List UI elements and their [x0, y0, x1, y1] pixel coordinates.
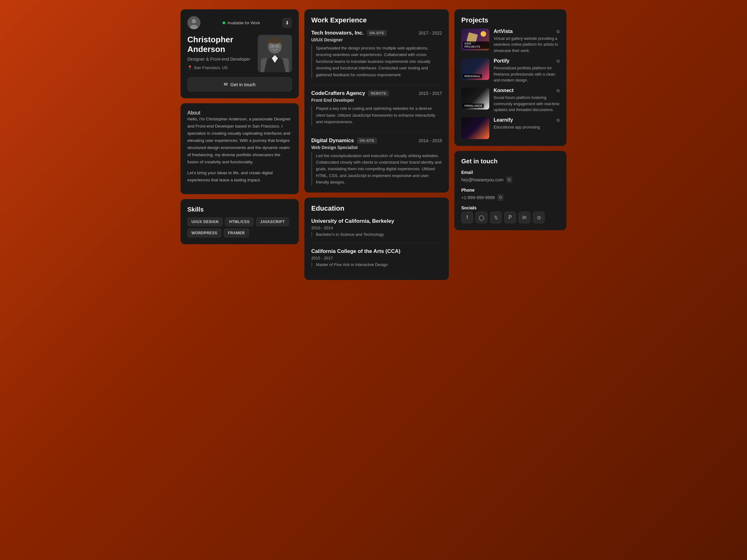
external-link-icon[interactable]: ⧉	[557, 29, 560, 34]
instagram-button[interactable]: ◯	[475, 212, 487, 223]
linkedin-button[interactable]: in	[518, 212, 531, 223]
projects-title: Projects	[461, 16, 560, 24]
linkedin-icon: in	[522, 215, 526, 220]
dribbble-icon: ⊙	[537, 215, 541, 220]
skill-tag: FRAMER	[224, 229, 249, 237]
project-info: ArtVista ⧉ Virtual art gallery website p…	[494, 29, 560, 54]
skill-tag: WORDPRESS	[187, 229, 221, 237]
edu-school: California College of the Arts (CCA)	[311, 248, 442, 255]
phone-value: +1-999-999-9999 ⧉	[461, 194, 560, 201]
external-link-icon[interactable]: ⧉	[557, 88, 560, 93]
mail-icon: ✉	[224, 81, 228, 87]
profile-role: Designer & Front-end Developer	[187, 57, 253, 61]
skill-tag: JAVASCRIPT	[256, 217, 289, 226]
edu-degree: Master of Fine Arts in Interactive Desig…	[311, 262, 442, 267]
phone-text: +1-999-999-9999	[461, 195, 495, 200]
project-thumbnail: PERSONAL	[461, 58, 489, 80]
status-badge: Available for Work	[223, 21, 260, 25]
project-thumb-label: SIDE PROJECTS	[463, 42, 489, 49]
about-title: About	[187, 110, 292, 116]
jobs-list: Tech Innovators, Inc. ON-SITE 2017 - 202…	[311, 30, 442, 186]
facebook-button[interactable]: f	[461, 212, 473, 223]
status-text: Available for Work	[227, 21, 260, 25]
project-title-row: Learnify ⧉	[494, 117, 560, 123]
profile-header: Available for Work ⬇	[187, 16, 292, 29]
edu-degree: Bachelor's in Science and Technology	[311, 232, 442, 237]
job-company: CodeCrafters Agency	[311, 90, 365, 97]
email-label: Email	[461, 170, 560, 175]
socials-label: Socials	[461, 205, 560, 210]
external-link-icon[interactable]: ⧉	[557, 117, 560, 123]
svg-point-7	[276, 45, 278, 47]
project-title-row: ArtVista ⧉	[494, 29, 560, 34]
profile-photo	[258, 35, 292, 72]
location-icon: 📍	[187, 65, 192, 70]
job-desc: Spearheaded the design process for multi…	[311, 45, 442, 78]
work-experience-card: Work Experience Tech Innovators, Inc. ON…	[304, 9, 449, 193]
profile-location: 📍 San Francisco, US	[187, 65, 253, 70]
socials-row: f ◯ 𝕏 P in ⊙	[461, 212, 560, 223]
about-card: About Hello, I'm Christopher Anderson, a…	[181, 103, 299, 194]
phone-label: Phone	[461, 188, 560, 193]
copy-phone-button[interactable]: ⧉	[497, 194, 504, 201]
edu-school: University of California, Berkeley	[311, 218, 442, 224]
job-years: 2017 - 2022	[419, 30, 442, 35]
edu-item: University of California, Berkeley 2010 …	[311, 218, 442, 237]
dribbble-button[interactable]: ⊙	[533, 212, 545, 223]
get-in-touch-label: Get in touch	[230, 82, 256, 87]
edu-years: 2015 - 2017	[311, 256, 442, 260]
copy-email-button[interactable]: ⧉	[506, 176, 512, 183]
skill-tag: UI/UX DESIGN	[187, 217, 223, 226]
get-in-touch-button[interactable]: ✉ Get in touch	[187, 77, 292, 91]
projects-card: Projects SIDE PROJECTS ArtVista ⧉ Virtua…	[455, 9, 566, 146]
job-title: UI/UX Designer	[311, 37, 442, 42]
profile-body: Christopher Anderson Designer & Front-en…	[187, 35, 292, 72]
pinterest-icon: P	[509, 215, 512, 220]
job-company: Tech Innovators, Inc.	[311, 30, 364, 36]
profile-info: Christopher Anderson Designer & Front-en…	[187, 35, 253, 70]
project-thumbnail: FREELANCE	[461, 88, 489, 109]
project-desc: Educational app promoting	[494, 125, 560, 130]
download-button[interactable]: ⬇	[282, 18, 292, 28]
job-company: Digital Dynamics	[311, 137, 354, 144]
contact-title: Get in touch	[461, 158, 560, 165]
education-title: Education	[311, 205, 442, 212]
project-info: Konnect ⧉ Social forum platform fosterin…	[494, 88, 560, 113]
skill-tag: HTML/CSS	[225, 217, 253, 226]
project-info: Portify ⧉ Personalized portfolio platfor…	[494, 58, 560, 83]
edu-item: California College of the Arts (CCA) 201…	[311, 243, 442, 267]
twitter-button[interactable]: 𝕏	[490, 212, 502, 223]
job-badge: ON-SITE	[367, 30, 387, 36]
project-info: Learnify ⧉ Educational app promoting	[494, 117, 560, 130]
job-item: CodeCrafters Agency REMOTE 2015 - 2017 F…	[311, 85, 442, 125]
job-desc: Played a key role in coding and optimizi…	[311, 105, 442, 125]
right-column: Projects SIDE PROJECTS ArtVista ⧉ Virtua…	[455, 9, 566, 280]
about-text: Hello, I'm Christopher Anderson, a passi…	[187, 116, 292, 184]
job-item: Digital Dynamics ON-SITE 2014 - 2015 Web…	[311, 132, 442, 186]
email-value: hey@howareyou.com ⧉	[461, 176, 560, 183]
facebook-icon: f	[467, 215, 468, 220]
project-item: PERSONAL Portify ⧉ Personalized portfoli…	[461, 58, 560, 83]
status-dot	[223, 22, 225, 24]
project-title-row: Portify ⧉	[494, 58, 560, 64]
project-title: Portify	[494, 58, 510, 64]
skills-card: Skills UI/UX DESIGNHTML/CSSJAVASCRIPTWOR…	[181, 199, 299, 244]
education-list: University of California, Berkeley 2010 …	[311, 218, 442, 267]
job-badge: REMOTE	[368, 90, 389, 96]
project-thumbnail	[461, 117, 489, 139]
education-card: Education University of California, Berk…	[304, 197, 449, 280]
twitter-icon: 𝕏	[494, 215, 498, 220]
project-title: ArtVista	[494, 29, 513, 34]
work-experience-title: Work Experience	[311, 16, 442, 24]
edu-years: 2010 - 2014	[311, 225, 442, 230]
job-title: Web Design Specialist	[311, 145, 442, 150]
skills-tags: UI/UX DESIGNHTML/CSSJAVASCRIPTWORDPRESSF…	[187, 217, 292, 237]
project-desc: Social forum platform fostering communit…	[494, 95, 560, 113]
external-link-icon[interactable]: ⧉	[557, 58, 560, 64]
project-thumbnail: SIDE PROJECTS	[461, 29, 489, 50]
profile-name: Christopher Anderson	[187, 35, 253, 54]
pinterest-button[interactable]: P	[504, 212, 516, 223]
project-thumb-label: FREELANCE	[463, 104, 484, 108]
project-title-row: Konnect ⧉	[494, 88, 560, 93]
projects-list: SIDE PROJECTS ArtVista ⧉ Virtual art gal…	[461, 29, 560, 139]
